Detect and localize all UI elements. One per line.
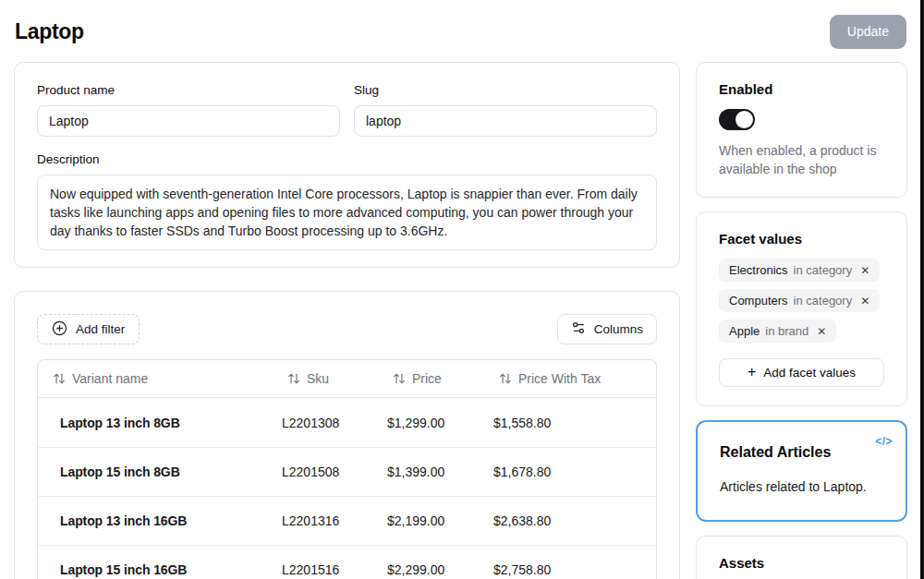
slug-label: Slug [354,83,657,97]
column-header-price-with-tax[interactable]: Price With Tax [486,371,656,386]
columns-label: Columns [594,322,643,336]
description-textarea[interactable]: Now equipped with seventh-generation Int… [37,175,657,250]
slug-input[interactable] [354,105,657,137]
table-header-row: Variant name Sku Price Price With Tax [38,360,656,398]
column-header-variant-name[interactable]: Variant name [38,371,274,386]
circle-plus-icon [52,320,67,339]
facet-chip: Computers in category ✕ [719,289,880,312]
variant-name-cell: Laptop 15 inch 16GB [38,562,274,577]
product-details-card: Product name Slug Description Now equipp… [14,62,680,268]
related-articles-title: Related Articles [720,444,883,461]
variants-card: Add filter Columns Variant name [14,291,680,579]
columns-button[interactable]: Columns [557,314,657,344]
plus-icon: + [748,365,756,380]
sort-icon [499,372,512,385]
sidebar: Enabled When enabled, a product is avail… [696,62,907,579]
enabled-card-title: Enabled [719,81,884,97]
facet-values-title: Facet values [719,231,884,247]
topbar: Laptop Update [15,13,906,50]
table-row[interactable]: Laptop 15 inch 8GB L2201508 $1,399.00 $1… [38,447,656,496]
sort-icon [287,372,300,385]
add-filter-label: Add filter [76,322,125,336]
update-button[interactable]: Update [830,15,906,49]
variant-name-cell: Laptop 13 inch 8GB [38,416,274,430]
sort-icon [53,372,66,385]
price-with-tax-cell: $2,758.80 [486,562,656,577]
assets-card: Assets [696,536,907,579]
price-cell: $1,299.00 [380,416,486,430]
price-with-tax-cell: $2,638.80 [486,513,656,528]
toggle-knob [736,111,753,128]
add-filter-button[interactable]: Add filter [37,314,140,344]
table-row[interactable]: Laptop 15 inch 16GB L2201516 $2,299.00 $… [38,545,656,579]
remove-facet-icon[interactable]: ✕ [860,264,869,277]
facet-chip-list: Electronics in category ✕ Computers in c… [719,259,884,343]
assets-title: Assets [719,555,884,571]
variants-table: Variant name Sku Price Price With Tax La… [37,359,657,579]
price-cell: $1,399.00 [380,464,486,479]
description-label: Description [37,152,657,166]
product-name-input[interactable] [37,105,340,137]
facet-chip: Electronics in category ✕ [719,259,880,282]
remove-facet-icon[interactable]: ✕ [817,325,826,338]
add-facet-values-button[interactable]: + Add facet values [719,358,884,387]
sku-cell: L2201516 [274,562,380,577]
enabled-help-text: When enabled, a product is available in … [719,141,884,178]
column-header-sku[interactable]: Sku [274,371,380,386]
product-name-field-group: Product name [37,83,340,137]
facet-chip: Apple in brand ✕ [719,320,836,343]
column-header-price[interactable]: Price [380,371,486,386]
enabled-card: Enabled When enabled, a product is avail… [696,62,907,198]
price-with-tax-cell: $1,678.80 [486,464,656,479]
table-row[interactable]: Laptop 13 inch 8GB L2201308 $1,299.00 $1… [38,398,656,447]
price-with-tax-cell: $1,558.80 [486,416,656,430]
price-cell: $2,199.00 [380,513,486,528]
related-articles-card[interactable]: </> Related Articles Articles related to… [696,420,907,522]
variant-name-cell: Laptop 13 inch 16GB [38,513,274,528]
product-name-label: Product name [37,83,340,97]
related-articles-body: Articles related to Laptop. [720,479,883,494]
table-toolbar: Add filter Columns [37,314,657,344]
table-row[interactable]: Laptop 13 inch 16GB L2201316 $2,199.00 $… [38,496,656,545]
price-cell: $2,299.00 [380,562,486,577]
window-edge [920,0,924,579]
code-block-icon[interactable]: </> [875,435,893,448]
enabled-toggle[interactable] [719,109,755,130]
page-title: Laptop [15,19,84,44]
slug-field-group: Slug [354,83,657,137]
main-column: Product name Slug Description Now equipp… [14,62,680,579]
sku-cell: L2201308 [274,416,380,430]
sort-icon [393,372,406,385]
sku-cell: L2201508 [274,464,380,479]
remove-facet-icon[interactable]: ✕ [860,295,869,308]
sku-cell: L2201316 [274,513,380,528]
variant-name-cell: Laptop 15 inch 8GB [38,464,274,479]
description-field-group: Description Now equipped with seventh-ge… [37,152,657,250]
facet-values-card: Facet values Electronics in category ✕ C… [696,211,907,406]
column-settings-icon [571,320,586,338]
